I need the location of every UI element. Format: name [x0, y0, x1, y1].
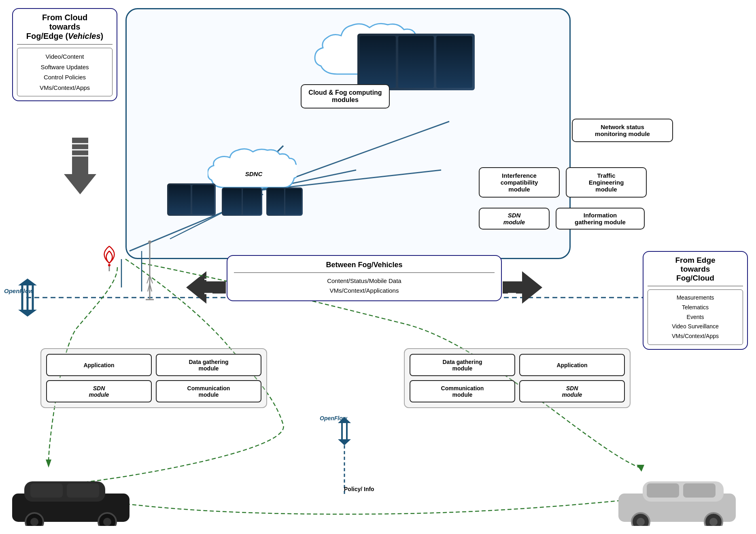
- svg-marker-9: [18, 279, 37, 285]
- info-gathering-box: Informationgathering module: [556, 208, 645, 230]
- cloud-to-fog-title: From CloudtowardsFog/Edge (Vehicles): [17, 13, 113, 45]
- right-car: [614, 473, 740, 526]
- between-fog-title: Between Fog/Vehicles: [234, 261, 495, 273]
- svg-point-53: [30, 518, 38, 526]
- sdn-module-top-label: SDNmodule: [503, 212, 525, 226]
- left-arrow-fog: [186, 271, 226, 304]
- right-vehicle-modules-area: Data gatheringmodule Application Communi…: [404, 348, 631, 408]
- openflow-middle-label: OpenFlow: [320, 415, 347, 421]
- left-sdn-module-label: SDNmodule: [89, 385, 109, 398]
- svg-marker-18: [338, 439, 351, 445]
- left-data-gathering-box: Data gatheringmodule: [156, 354, 261, 376]
- sdn-module-top-box: SDNmodule: [479, 208, 550, 230]
- svg-point-61: [637, 518, 645, 526]
- left-communication-label: Communicationmodule: [187, 385, 230, 398]
- right-sdn-module-label: SDNmodule: [562, 385, 582, 398]
- network-status-box: Network statusmonitoring module: [572, 119, 673, 142]
- right-vehicle-modules-grid: Data gatheringmodule Application Communi…: [410, 354, 625, 402]
- left-application-label: Application: [83, 362, 114, 368]
- right-data-gathering-label: Data gatheringmodule: [442, 359, 482, 372]
- edge-to-fog-title: From EdgetowardsFog/Cloud: [648, 256, 743, 286]
- between-fog-content: Content/Status/Mobile DataVMs/Context/Ap…: [234, 276, 495, 296]
- cloud-to-fog-box: From CloudtowardsFog/Edge (Vehicles) Vid…: [12, 8, 117, 101]
- vehicles-italic: Vehicles: [68, 32, 100, 40]
- down-arrow-left: [64, 138, 96, 194]
- interference-box: Interferencecompatibilitymodule: [479, 167, 560, 198]
- openflow-left-label: OpenFlow: [4, 287, 34, 294]
- server-rack-bottom-left: [167, 183, 216, 216]
- left-sdn-module-box: SDNmodule: [46, 380, 152, 402]
- left-vehicle-modules-area: Application Data gatheringmodule SDNmodu…: [40, 348, 267, 408]
- server-rack-top: [357, 34, 475, 90]
- svg-rect-51: [67, 483, 99, 498]
- between-fog-box: Between Fog/Vehicles Content/Status/Mobi…: [227, 255, 502, 301]
- svg-point-34: [108, 264, 110, 266]
- main-cloud-box: Cloud & Fog computing modules SDNC Netwo…: [125, 8, 571, 259]
- svg-point-55: [103, 518, 111, 526]
- left-car: [8, 473, 134, 526]
- interference-label: Interferencecompatibilitymodule: [501, 172, 538, 193]
- left-vehicle-modules-grid: Application Data gatheringmodule SDNmodu…: [46, 354, 261, 402]
- svg-text:SDNC: SDNC: [245, 170, 263, 177]
- antenna-left: [93, 239, 125, 273]
- svg-marker-20: [46, 460, 51, 468]
- left-communication-box: Communicationmodule: [156, 380, 261, 402]
- left-application-box: Application: [46, 354, 152, 376]
- network-status-label: Network statusmonitoring module: [595, 123, 650, 137]
- antenna-right: [138, 239, 162, 305]
- right-sdn-module-box: SDNmodule: [519, 380, 625, 402]
- policy-info-label: Policy/ Info: [344, 486, 374, 492]
- antenna-right-svg: [138, 239, 162, 304]
- svg-marker-10: [18, 310, 37, 317]
- left-data-gathering-label: Data gatheringmodule: [189, 359, 228, 372]
- right-application-box: Application: [519, 354, 625, 376]
- policy-arrow: [81, 498, 648, 514]
- signal-waves: [93, 239, 125, 271]
- traffic-engineering-box: TrafficEngineeringmodule: [566, 167, 647, 198]
- svg-point-47: [148, 240, 151, 244]
- right-data-gathering-box: Data gatheringmodule: [410, 354, 515, 376]
- server-rack-bottom-mid: [222, 187, 262, 216]
- right-application-label: Application: [556, 362, 587, 368]
- left-car-svg: [8, 473, 134, 526]
- svg-point-63: [709, 518, 718, 526]
- cloud-fog-label: Cloud & Fog computing modules: [308, 89, 382, 103]
- server-rack-bottom-right: [266, 187, 303, 216]
- svg-marker-22: [637, 465, 644, 472]
- cloud-to-fog-list: Video/ContentSoftware UpdatesControl Pol…: [17, 48, 113, 96]
- edge-to-fog-list: MeasurementsTelematicsEventsVideo Survei…: [648, 289, 743, 345]
- svg-rect-59: [683, 483, 716, 498]
- edge-to-fog-box: From EdgetowardsFog/Cloud MeasurementsTe…: [643, 251, 748, 350]
- info-gathering-label: Informationgathering module: [575, 212, 626, 226]
- right-arrow-fog: [503, 271, 542, 304]
- diagram-container: From CloudtowardsFog/Edge (Vehicles) Vid…: [0, 0, 756, 534]
- svg-rect-50: [30, 483, 63, 498]
- cloud-fog-label-box: Cloud & Fog computing modules: [301, 84, 390, 109]
- right-car-svg: [614, 473, 740, 526]
- right-communication-label: Communicationmodule: [441, 385, 484, 398]
- svg-rect-58: [647, 483, 679, 498]
- right-communication-box: Communicationmodule: [410, 380, 515, 402]
- traffic-engineering-label: TrafficEngineeringmodule: [589, 172, 624, 193]
